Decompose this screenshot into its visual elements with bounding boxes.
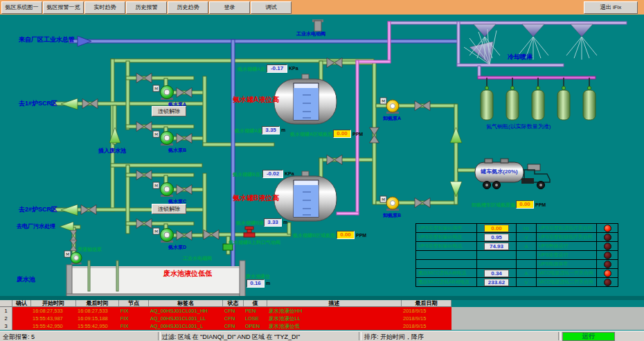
valve-pumpD-discharge[interactable] — [177, 231, 192, 241]
valve-pumpB-suction[interactable] — [136, 122, 152, 132]
label-truck: 罐车氨水(20%) — [476, 168, 522, 175]
valve-pumpD-suction[interactable] — [136, 219, 152, 229]
toolbar-button-system-diagram[interactable]: 氨区系统图一 — [1, 1, 42, 14]
label-to-sewage: 去电厂污水处理 — [17, 222, 55, 230]
electrical-status-label: MCC电源进线二开关合闸 — [537, 278, 597, 287]
valve-unloadA-discharge[interactable] — [415, 101, 430, 111]
electrical-status-label: UPS逆变柜进线开关合闸 — [537, 224, 597, 233]
alarm-table: 确认开始时间最后时间节点标签名状态值描述最后日期116:08:27,53316:… — [0, 300, 644, 330]
alarm-cell — [12, 307, 31, 315]
tank-a-level-high-alarm: 氨水罐A液位高 — [233, 95, 279, 105]
valve-scr1[interactable] — [82, 99, 98, 109]
electrical-led-cell — [597, 233, 618, 242]
alarm-cell: 16:09:15,188 — [76, 315, 119, 322]
alarm-header-cell: 描述 — [267, 300, 402, 307]
electrical-unit: V — [517, 233, 537, 242]
valve-pumpB-discharge[interactable] — [177, 134, 192, 143]
toolbar-button-history-alarm[interactable]: 历史报警 — [126, 1, 167, 14]
alarm-row[interactable]: 315:55:42,95015:55:42,950FIXAQ_00HSJ01CL… — [0, 322, 644, 330]
toolbar-button-alarm-overview[interactable]: 氨区报警一览 — [43, 1, 84, 14]
pool-level-value: 0.16 — [247, 279, 265, 288]
valve-pumpA-suction[interactable] — [136, 73, 152, 83]
tank-b-pressure-value: -0.02 — [262, 170, 283, 178]
svg-text:M: M — [154, 86, 158, 91]
valve-unloadB-discharge[interactable] — [415, 198, 430, 208]
electrical-panel: UPS逆变柜输出频率0.00HzUPS逆变柜进线开关合闸UPS逆变柜输出电压0.… — [415, 223, 618, 287]
water-motor-valve[interactable] — [312, 19, 323, 31]
electrical-unit: V — [517, 278, 537, 287]
label-cooling-spray: 冷却喷淋 — [508, 53, 533, 62]
alarm-cell: CFN — [223, 307, 244, 315]
electrical-status-label: MCC电源进线一开关合闸 — [537, 269, 597, 278]
alarm-cell: CFN — [223, 315, 244, 322]
electrical-unit: A — [517, 242, 537, 251]
alarm-header-cell: 标签名 — [149, 300, 223, 307]
label-water-main: 来自厂区工业水总管 — [19, 35, 75, 44]
waste-transfer-pump[interactable] — [71, 252, 82, 264]
nitrogen-cylinders — [481, 78, 596, 120]
alarm-row-number: 2 — [0, 315, 12, 322]
electrical-row: UPS逆变柜输出电压0.95VUPS逆变柜馈线开关合闸 — [416, 233, 618, 242]
tank-b-leak-value: 0.00 — [337, 231, 355, 239]
valve-pumpA-discharge[interactable] — [177, 88, 192, 98]
alarm-filter: 过滤: 区域 在 "DIANQI_DI" AND 区域 在 "TYZ_DI" — [162, 333, 300, 341]
alarm-cell: PEN — [244, 307, 267, 315]
valve-tankB-vent[interactable] — [327, 155, 342, 165]
tankB-feed-pneumatic-valve[interactable] — [244, 227, 255, 237]
label-pump-b: 氨水泵B — [168, 147, 186, 154]
interlock-release-button-2[interactable]: 连锁解除 — [152, 204, 186, 214]
electrical-value: 0.95 — [477, 233, 517, 242]
alarm-cell — [12, 322, 31, 330]
alarm-sort: 排序: 开始时间，降序 — [364, 333, 424, 341]
alarm-header-cell: 最后时间 — [76, 300, 119, 307]
label-to-scr2: 去2#炉SCR区 — [19, 205, 57, 214]
alarm-cell: 废水池液位LL — [267, 315, 402, 322]
valve-pumpC-suction[interactable] — [136, 170, 152, 180]
ammonia-pump-b[interactable] — [161, 132, 174, 146]
toolbar-button-history-trend[interactable]: 历史趋势 — [168, 1, 208, 14]
electrical-row: UPS电源异常 — [416, 260, 618, 269]
valve-pumpC-discharge[interactable] — [177, 185, 192, 195]
toolbar-button-login[interactable]: 登录 — [209, 1, 250, 14]
electrical-label: UPS逆变柜输出电流 — [416, 242, 477, 251]
ammonia-tank-a — [274, 74, 337, 124]
label-water-solenoid: 工业水电磁阀 — [183, 255, 212, 262]
alarm-header-cell: 确认 — [12, 300, 31, 307]
interlock-release-button-1[interactable]: 连锁解除 — [152, 106, 186, 116]
status-bar: 全部报警: 5 过滤: 区域 在 "DIANQI_DI" AND 区域 在 "T… — [0, 331, 644, 341]
electrical-led-cell — [597, 269, 618, 278]
tank-b-level-unit: m — [283, 220, 287, 225]
electrical-value — [477, 251, 517, 260]
label-unload-pump-a: 卸氨泵A — [383, 115, 401, 122]
exit-ifix-button[interactable]: 退出 iFix — [584, 1, 638, 14]
alarm-row[interactable]: 116:08:27,53316:08:27,533FIXAQ_00HSJ01CL… — [0, 307, 644, 315]
ammonia-pump-d[interactable] — [161, 229, 174, 243]
spray-pipes — [388, 21, 627, 78]
alarm-header-cell: 最后日期 — [402, 300, 451, 307]
alarm-row-number: 3 — [0, 322, 12, 330]
toolbar-button-realtime-trend[interactable]: 实时趋势 — [84, 1, 125, 14]
valve-right-main[interactable] — [370, 128, 379, 143]
electrical-value: 0.00 — [477, 224, 517, 233]
electrical-row: UPS逆变柜输出频率0.00HzUPS逆变柜进线开关合闸 — [416, 224, 618, 233]
alarm-cell: AQ_00HSJ01CL001_L — [149, 322, 223, 330]
alarm-cell: LOSE — [244, 315, 267, 322]
unload-pump-a[interactable] — [386, 100, 399, 114]
valve-scr2[interactable] — [81, 205, 96, 215]
ammonia-pump-a[interactable] — [161, 86, 174, 100]
waste-water-pool — [66, 261, 245, 298]
ifix-scada-window: { "toolbar": { "buttons": ["氨区系统图一","氨区报… — [0, 0, 644, 341]
electrical-value: 233.62 — [477, 278, 517, 287]
electrical-value: 0.34 — [477, 269, 517, 278]
alarm-row[interactable]: 215:55:43,98716:09:15,188FIXAQ_00HSJ01CL… — [0, 315, 644, 322]
ammonia-pump-c[interactable] — [161, 183, 174, 198]
electrical-led-cell — [597, 251, 618, 260]
alarm-cell — [12, 315, 31, 322]
toolbar-button-debug[interactable]: 调试 — [251, 1, 292, 14]
value-box: 233.62 — [484, 279, 509, 286]
valve-tankB-feed[interactable] — [204, 230, 219, 240]
electrical-status-label: UPS逆变运行 — [537, 251, 597, 260]
unload-pump-b[interactable] — [386, 197, 399, 211]
value-box: 0.00 — [484, 225, 509, 232]
alarm-cell: 2018/9/15 — [402, 315, 451, 322]
